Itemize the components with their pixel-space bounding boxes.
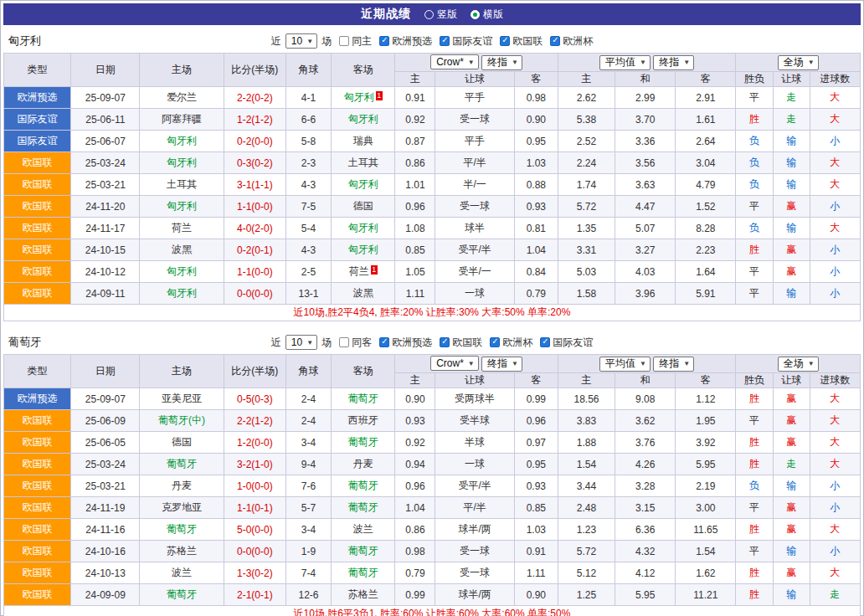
corners-cell: 5-4: [285, 218, 331, 239]
filter-competition-4[interactable]: 国际友谊: [540, 336, 593, 350]
corners-cell: 2-4: [285, 410, 331, 432]
avg-away-cell: 1.12: [676, 388, 736, 410]
match-row: 欧洲预选 25-09-07 爱尔兰 2-2(0-2) 4-1 匈牙利1 0.91…: [4, 87, 861, 109]
match-row: 欧国联 24-10-15 波黑 0-2(0-1) 4-3 匈牙利 0.85 受平…: [4, 239, 861, 261]
result-cell: 平: [736, 87, 773, 109]
score-cell: 0-2(0-1): [224, 239, 285, 261]
match-row: 欧国联 24-10-13 波兰 1-3(0-2) 7-4 葡萄牙 0.79 受一…: [4, 562, 861, 584]
goals-cell: 小: [810, 283, 860, 305]
type-cell: 欧国联: [4, 152, 71, 174]
away-team-name: 土耳其: [348, 157, 378, 168]
home-team-name: 匈牙利: [167, 287, 197, 299]
away-team-cell: 匈牙利: [332, 109, 395, 131]
type-cell: 欧国联: [4, 432, 71, 454]
chevron-down-icon: ▼: [306, 339, 313, 346]
goals-cell: 大: [810, 87, 860, 109]
average-select[interactable]: 平均值 ▼: [599, 55, 651, 70]
handicap-cell: 受半/一: [435, 261, 514, 283]
handicap-cell: 平/半: [435, 497, 514, 519]
filter-competition-4[interactable]: 欧洲杯: [550, 34, 593, 49]
bookmaker-select[interactable]: Crow* ▼: [430, 356, 479, 371]
away-team-cell: 匈牙利: [332, 174, 395, 196]
avg-stage-select[interactable]: 终指 ▼: [653, 55, 694, 70]
filter-label: 同客: [352, 336, 372, 350]
filter-competition-3[interactable]: 欧洲杯: [490, 336, 532, 350]
col-type: 类型: [4, 355, 71, 388]
avg-away-cell: 1.54: [676, 541, 736, 562]
date-cell: 24-10-15: [71, 239, 140, 261]
away-odds-cell: 0.79: [514, 283, 558, 305]
away-team-name: 苏格兰: [348, 588, 378, 600]
home-team-cell: 苏格兰: [140, 541, 224, 562]
match-count-select[interactable]: 10 ▼: [285, 33, 317, 49]
filter-label: 国际友谊: [553, 336, 593, 350]
away-odds-cell: 0.99: [514, 388, 558, 410]
scope-select[interactable]: 全场 ▼: [778, 357, 819, 372]
result-cell: 胜: [736, 239, 773, 261]
scope-group-header: 全场 ▼: [736, 54, 861, 72]
type-cell: 欧国联: [4, 283, 71, 305]
col-odds-handicap: 让球: [435, 373, 514, 388]
avg-home-cell: 5.12: [558, 562, 615, 584]
match-count-select[interactable]: 10 ▼: [285, 335, 317, 350]
recent-label: 近: [271, 336, 281, 350]
filter-competition-1[interactable]: 欧洲预选: [379, 336, 432, 350]
filter-same-venue[interactable]: 同客: [339, 336, 372, 350]
result-cell: 负: [736, 131, 773, 152]
result-cell: 胜: [736, 388, 773, 410]
score-cell: 5-0(0-0): [224, 519, 285, 541]
odds-stage-select[interactable]: 终指 ▼: [481, 55, 522, 70]
home-team-name: 克罗地亚: [162, 501, 202, 513]
away-odds-cell: 0.84: [514, 261, 558, 283]
avg-away-cell: 4.79: [676, 174, 736, 196]
view-option-vertical[interactable]: 竖版: [424, 8, 457, 22]
home-team-cell: 葡萄牙: [140, 519, 224, 541]
type-cell: 欧国联: [4, 196, 71, 218]
result-cell: 胜: [736, 109, 773, 131]
bookmaker-value: Crow*: [436, 357, 464, 369]
view-option-horizontal[interactable]: 横版: [471, 8, 503, 22]
average-select[interactable]: 平均值 ▼: [599, 357, 651, 372]
corners-cell: 13-1: [285, 283, 331, 305]
summary-text: 近10场,胜2平4负4, 胜率:20% 让胜率:30% 大率:50% 单率:20…: [4, 305, 861, 321]
corners-cell: 5-7: [285, 497, 331, 519]
col-result: 胜负: [736, 72, 773, 87]
score-cell: 0-3(0-2): [224, 152, 285, 174]
odds-stage-select[interactable]: 终指 ▼: [481, 357, 522, 372]
away-odds-cell: 0.81: [514, 218, 558, 239]
filter-competition-2[interactable]: 欧国联: [440, 336, 482, 350]
score-cell: 2-2(0-2): [224, 87, 285, 109]
filter-same-venue[interactable]: 同主: [339, 34, 372, 49]
type-cell: 欧国联: [4, 519, 71, 541]
col-home: 主场: [140, 54, 224, 87]
score-cell: 1-2(1-2): [224, 109, 285, 131]
col-handicap-result: 让球: [773, 72, 810, 87]
home-odds-cell: 1.01: [395, 174, 435, 196]
header-bar: 近期战绩 竖版 横版: [3, 3, 861, 25]
page-title: 近期战绩: [361, 7, 411, 22]
away-odds-cell: 0.95: [514, 454, 558, 475]
summary-text: 近10场,胜6平3负1, 胜率:60% 让胜率:60% 大率:60% 单率:50…: [4, 606, 861, 616]
avg-stage-select[interactable]: 终指 ▼: [653, 357, 694, 372]
handicap-cell: 受两球半: [435, 388, 514, 410]
checkbox-icon: [440, 36, 450, 46]
bookmaker-select[interactable]: Crow* ▼: [430, 54, 479, 69]
away-team-cell: 瑞典: [332, 131, 395, 152]
filter-competition-1[interactable]: 欧洲预选: [379, 34, 432, 49]
chevron-down-icon: ▼: [468, 59, 475, 66]
radio-icon: [471, 10, 480, 19]
result-cell: 平: [736, 541, 773, 562]
date-cell: 24-10-16: [71, 541, 140, 562]
away-odds-cell: 0.93: [514, 475, 558, 497]
home-odds-cell: 0.92: [395, 432, 435, 454]
score-cell: 1-1(0-0): [224, 196, 285, 218]
scope-select[interactable]: 全场 ▼: [778, 55, 819, 70]
corners-cell: 1-9: [285, 541, 331, 562]
col-avg-draw: 和: [615, 72, 676, 87]
filter-label: 欧洲杯: [563, 34, 593, 49]
avg-draw-cell: 3.70: [615, 109, 676, 131]
filter-competition-3[interactable]: 欧国联: [500, 34, 543, 49]
filter-competition-2[interactable]: 国际友谊: [440, 34, 492, 49]
result-cell: 平: [736, 196, 773, 218]
col-result: 胜负: [736, 373, 773, 388]
